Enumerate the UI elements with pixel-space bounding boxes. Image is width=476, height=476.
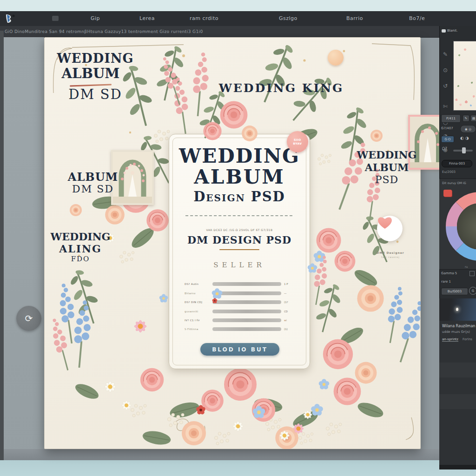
form-field-bar bbox=[212, 282, 281, 286]
form-field-bar bbox=[212, 300, 281, 304]
eye-pair-icons[interactable]: ◐ ◑ bbox=[460, 136, 469, 140]
poster-midleft-line1: ALBUM bbox=[58, 170, 128, 184]
window-controls-icon[interactable] bbox=[52, 16, 59, 21]
color-section-title: Dit ouruy OM·iG bbox=[442, 181, 466, 185]
card-form-row: guvanniti CD bbox=[169, 309, 310, 315]
gradient-highlight-dot bbox=[456, 308, 458, 311]
card-form-row: S·Fittinna (1) bbox=[169, 326, 310, 333]
color-wheel[interactable] bbox=[445, 192, 476, 261]
dashed-divider bbox=[185, 215, 292, 216]
options-bar: GiO DinoMunditrea San 94 retromnβHtsuna … bbox=[0, 26, 476, 38]
poster-lowerleft-line1: WEDDING bbox=[46, 231, 115, 243]
gamma-row-label[interactable]: Gamma·5 bbox=[441, 271, 457, 275]
form-value: CD bbox=[284, 310, 303, 313]
form-label: IV? C1 I fir bbox=[185, 319, 213, 322]
poster-lowerleft-line3: FDO bbox=[46, 255, 115, 263]
brush-option-button-2[interactable]: ▤ bbox=[470, 115, 476, 122]
heart-caption-1: DM3 Designer bbox=[367, 251, 414, 254]
form-label: S·Fittinna bbox=[185, 328, 213, 331]
product-card: WEDDING ALBUM Design PSD VAR DC63 DC /1G… bbox=[169, 134, 310, 369]
badge-line-2: BYAV bbox=[293, 142, 302, 145]
rare-row-label[interactable]: rare 1 bbox=[441, 280, 451, 284]
form-field-bar bbox=[212, 310, 281, 313]
card-cta-button: BLOD IO BUT bbox=[200, 343, 279, 356]
toggle-row-label: G7/407 bbox=[441, 126, 453, 130]
poster-midleft-line2: DM SD bbox=[58, 183, 128, 195]
layer-row-3[interactable]: ◉ C21 bbox=[439, 378, 476, 393]
options-bar-text: GiO DinoMunditrea San 94 retromnβHtsuna … bbox=[5, 29, 203, 34]
pencil-icon[interactable]: ✎ bbox=[441, 51, 450, 58]
form-value: — bbox=[284, 292, 303, 295]
rotate-icon[interactable]: ↺ bbox=[441, 83, 450, 89]
brush-option-button-1[interactable]: ✎ bbox=[463, 115, 469, 122]
peach-dot bbox=[328, 50, 344, 66]
menu-item-1[interactable]: Gip bbox=[91, 15, 100, 21]
menu-item-5[interactable]: Barrio bbox=[346, 15, 363, 21]
form-label: DS? Autin bbox=[185, 283, 213, 285]
app-logo-icon[interactable] bbox=[5, 13, 17, 24]
layers-tab-1[interactable]: an-sprintz bbox=[442, 337, 458, 342]
menu-item-4[interactable]: Gszlgo bbox=[279, 15, 298, 21]
layers-tab-2[interactable]: Forlns bbox=[463, 337, 472, 341]
form-label: Bhlarne bbox=[185, 292, 213, 295]
menu-item-2[interactable]: Lerea bbox=[139, 15, 155, 21]
history-icon: ⟳ bbox=[25, 313, 33, 324]
poster-topleft-line1: WEDDING bbox=[56, 52, 135, 65]
form-label: DS? DIN CDJ bbox=[185, 301, 213, 304]
desktop-background-top bbox=[0, 0, 476, 11]
pink-round-badge: SIIO BYAV bbox=[287, 131, 308, 152]
layer-row-5[interactable]: ◉ na1 bbox=[439, 411, 476, 426]
poster-topleft-line3: DM SD bbox=[60, 87, 130, 101]
form-label: guvanniti bbox=[185, 310, 213, 313]
form-value: (1? bbox=[284, 301, 303, 304]
heart-badge bbox=[377, 216, 403, 241]
document-canvas[interactable]: WEDDING KING WEDDING ALBUM DM SD ALBUM D… bbox=[44, 37, 421, 449]
poster-lowerleft-line2: ALING bbox=[46, 243, 115, 255]
desktop-background-bottom bbox=[0, 460, 476, 476]
slider-handle[interactable] bbox=[462, 147, 466, 153]
menu-item-3[interactable]: ram crdito bbox=[190, 15, 218, 21]
layers-heading-1: Wilana Rauzilman bbox=[442, 324, 475, 328]
workspace-left-gutter bbox=[4, 37, 44, 460]
menu-item-6[interactable]: Bo7/e bbox=[409, 15, 425, 21]
scissors-icon[interactable]: ✄ bbox=[441, 103, 450, 110]
brush-preset-pill[interactable]: P/411 bbox=[441, 114, 461, 123]
form-value: (1) bbox=[284, 328, 303, 331]
slider-label: Ω7 bbox=[442, 147, 447, 151]
poster-topleft-line2: ALBUM bbox=[56, 66, 126, 80]
left-edge-strip bbox=[0, 31, 4, 470]
gamma-checkbox[interactable] bbox=[469, 271, 475, 276]
workspace-shelf bbox=[4, 449, 439, 461]
menu-bar: Gip Lerea ram crdito Gszlgo Barrio Bo7/e bbox=[0, 11, 476, 26]
layer-row-2[interactable]: ◉ tu1 bbox=[439, 363, 476, 377]
card-fine-print: VAR DC63 DC /1G Ω 25VOL DF 6T G7/31B bbox=[174, 228, 305, 231]
bu-preset-pill[interactable]: Bu/G003 bbox=[441, 288, 468, 295]
card-form-row: DS? DIN CDJ (1? bbox=[169, 299, 310, 306]
card-title-3: Design PSD bbox=[169, 189, 310, 205]
form-value: 1 P bbox=[284, 283, 303, 285]
card-form-row: Bhlarne — bbox=[169, 291, 310, 297]
layer-row-1[interactable]: ◉ c21 bbox=[439, 346, 476, 361]
poster-right-line2: ALBUM bbox=[354, 161, 419, 173]
card-subtitle: DM DESIGN PSD bbox=[169, 234, 310, 246]
form-field-bar bbox=[212, 291, 281, 295]
panel-header-label: Blanit. bbox=[447, 29, 457, 33]
panel-subtext: Eu/2003 bbox=[442, 170, 456, 174]
card-form-row: DS? Autin 1 P bbox=[169, 281, 310, 288]
poster-right-line3: PSD bbox=[354, 174, 419, 185]
form-field-bar bbox=[212, 318, 281, 322]
seller-label: SELLER bbox=[169, 261, 310, 269]
card-form-row: IV? C1 I fir wi bbox=[169, 317, 310, 324]
poster-top-title: WEDDING KING bbox=[209, 81, 353, 95]
document-thumbnail[interactable] bbox=[453, 41, 476, 111]
toggle-row-icons[interactable]: ◉ ◎ bbox=[460, 125, 476, 133]
underline-flourish bbox=[219, 249, 259, 250]
preset-name-pill[interactable]: Finna·003 bbox=[442, 160, 472, 167]
mid-hint-text: ru bbox=[465, 265, 468, 268]
history-button[interactable]: ⟳ bbox=[16, 306, 41, 331]
circle-option-button[interactable]: G bbox=[469, 287, 476, 295]
layer-row-4[interactable]: ◉ m18 bbox=[439, 394, 476, 409]
target-icon[interactable]: ⊙ bbox=[441, 67, 450, 73]
blue-mode-pill[interactable]: G·O bbox=[441, 136, 454, 143]
poster-right-line1: WEDDING bbox=[354, 149, 419, 161]
